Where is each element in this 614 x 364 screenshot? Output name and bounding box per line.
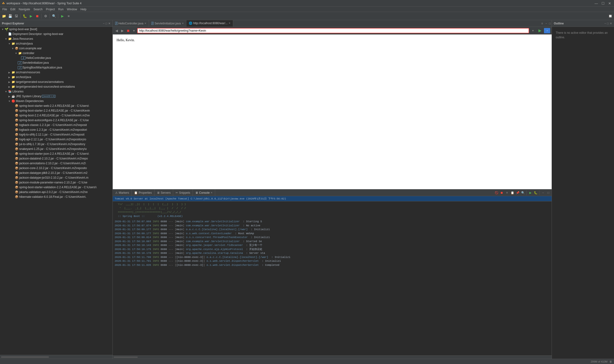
panel-close-icon[interactable]: ✕ [108, 22, 111, 25]
tree-item-src-main-java[interactable]: ▼ 📁 src/main/java [0, 41, 112, 46]
tree-item-target-gen-src[interactable]: ▶ 📁 target/generated-sources/annotations [0, 79, 112, 84]
url-input[interactable] [137, 28, 529, 33]
jar-hibernate-validator[interactable]: 📦 hibernate-validator-6.0.18.Final.jar -… [0, 195, 112, 199]
close-button[interactable]: ✕ [607, 1, 612, 5]
menu-item-navigate[interactable]: Navigate [17, 7, 31, 12]
toolbar-btn-new[interactable]: 📁 [1, 13, 7, 19]
toolbar-btn-debug[interactable]: 🐛 [22, 13, 28, 19]
console-run-btn[interactable]: ▶ [528, 190, 533, 195]
jar-jul-to-slf4j[interactable]: 📦 jul-to-slf4j-1.7.30.jar - C:\Users\Kev… [0, 142, 112, 147]
panel-maximize-icon[interactable]: □ [106, 22, 107, 25]
left-scrollbar-h[interactable] [0, 355, 112, 359]
tree-item-spring-boot-war[interactable]: ▼ 🌱 spring-boot-war [boot] [0, 27, 112, 32]
jar-snakeyaml[interactable]: 📦 snakeyaml-1.25.jar - C:\Users\Kevin\.m… [0, 147, 112, 151]
go-button[interactable]: ▶ [537, 28, 543, 33]
jar-spring-boot-starter-validation[interactable]: 📦 spring-boot-starter-validation-2.2.4.R… [0, 185, 112, 190]
tab-close-3[interactable]: ✕ [229, 22, 230, 25]
toolbar-btn-search[interactable]: 🔍 [51, 13, 57, 19]
jar-spring-boot-starter-json[interactable]: 📦 spring-boot-starter-json-2.2.4.RELEASE… [0, 151, 112, 156]
jar-log4j-api[interactable]: 📦 log4j-api-2.12.1.jar - C:\Users\Kevin\… [0, 137, 112, 142]
maximize-button[interactable]: ☐ [600, 1, 605, 5]
tab-properties[interactable]: 📋 Properties [132, 189, 154, 196]
jar-jackson-annotations[interactable]: 📦 jackson-annotations-2.10.2.jar - C:\Us… [0, 161, 112, 166]
outline-minimize-icon[interactable]: − [604, 22, 606, 25]
tab-list-btn[interactable]: ≡ [540, 22, 544, 25]
console-copy-btn[interactable]: 📋 [510, 190, 515, 195]
tree-item-src-main-resources[interactable]: ▶ 📁 src/main/resources [0, 70, 112, 75]
tab-close-2[interactable]: ✕ [182, 22, 184, 25]
tree-item-jre[interactable]: ▶ ☕ JRE System Library [JavaSE-1.8] [0, 94, 112, 99]
tree-item-src-test-java[interactable]: ▶ 📁 src/test/java [0, 75, 112, 79]
jar-jackson-datatype-jdk8[interactable]: 📦 jackson-datatype-jdk8-2.10.2.jar - C:\… [0, 170, 112, 175]
tree-item-controller[interactable]: ▼ 📁 controller [0, 51, 112, 56]
jar-jackson-core[interactable]: 📦 jackson-core-2.10.2.jar - C:\Users\Kev… [0, 166, 112, 170]
console-close2-btn[interactable]: ✕ [505, 190, 509, 195]
console-max-btn[interactable]: □ [546, 190, 551, 195]
console-filter-btn[interactable]: 🔍 [520, 190, 525, 195]
tab-snippets[interactable]: ✂ Snippets [173, 189, 193, 196]
jar-jakarta-validation[interactable]: 📦 jakarta.validation-api-2.0.2.jar - C:\… [0, 190, 112, 195]
minimize-editor-btn[interactable]: − [544, 22, 548, 25]
jar-log4j-to-slf4j[interactable]: 📦 log4j-to-slf4j-2.12.1.jar - C:\Users\K… [0, 132, 112, 137]
tab-servlet-initializer[interactable]: J ServletInitializer.java ✕ [149, 20, 186, 27]
toolbar-btn-stop[interactable]: ⏹ [34, 13, 40, 19]
jar-jackson-databind[interactable]: 📦 jackson-databind-2.10.2.jar - C:\Users… [0, 156, 112, 161]
tab-browser[interactable]: 🌐 http://localhost:8080/war/... ✕ [186, 20, 233, 27]
forward-button[interactable]: ▶ [120, 29, 125, 33]
tree-item-hello-controller[interactable]: J HelloController.java [0, 56, 112, 60]
console-tab-close[interactable]: ✕ [210, 191, 212, 194]
console-pin-btn[interactable]: 📌 [515, 190, 520, 195]
jar-jackson-datatype-jsr310[interactable]: 📦 jackson-datatype-jsr310-2.10.2.jar - C… [0, 175, 112, 180]
console-stop-btn[interactable]: ⏹ [499, 190, 504, 195]
toolbar-btn-run2[interactable]: ▶ [59, 13, 65, 19]
tree-item-deployment[interactable]: 📄 Deployment Descriptor: spring-boot-war [0, 32, 112, 36]
url-dropdown-btn[interactable]: ▾ [131, 29, 136, 33]
tree-item-maven-deps[interactable]: ▼ 🔴 Maven Dependencies [0, 99, 112, 104]
jar-jackson-module[interactable]: 📦 jackson-module-parameter-names-2.10.2.… [0, 180, 112, 185]
menu-item-run[interactable]: Run [57, 7, 65, 12]
toolbar-btn-more[interactable]: ≡ [66, 13, 71, 19]
jar-spring-boot[interactable]: 📦 spring-boot-2.2.4.RELEASE.jar - C:\Use… [0, 113, 112, 118]
tree-item-com-example-war[interactable]: ▼ 📦 com.example.war [0, 46, 112, 51]
tab-console[interactable]: 🖥 Console ✕ [193, 189, 215, 196]
stop-button[interactable]: ⏹ [126, 29, 130, 33]
console-min-btn[interactable]: − [541, 190, 545, 195]
tab-markers[interactable]: ⚠ Markers [113, 189, 132, 196]
tree-item-target-test-src[interactable]: ▶ 📁 target/generated-test-sources/test-a… [0, 84, 112, 89]
outline-close-icon[interactable]: ✕ [610, 22, 612, 25]
tab-hello-controller[interactable]: J HelloController.java ✕ [113, 20, 149, 27]
toolbar-btn-perspective[interactable]: 🔲 [607, 13, 613, 19]
menu-item-file[interactable]: File [1, 7, 8, 12]
toolbar-btn-ext[interactable]: ⚙ [43, 13, 48, 19]
menu-item-help[interactable]: Help [79, 7, 88, 12]
toolbar-btn-run[interactable]: ▶ [28, 13, 34, 19]
jar-logback-classic[interactable]: 📦 logback-classic-1.2.3.jar - C:\Users\K… [0, 123, 112, 127]
menu-item-window[interactable]: Window [66, 7, 79, 12]
jar-spring-boot-autoconfigure[interactable]: 📦 spring-boot-autoconfigure-2.2.4.RELEAS… [0, 118, 112, 123]
console-clear-btn[interactable]: 🚫 [494, 190, 499, 195]
jar-logback-core[interactable]: 📦 logback-core-1.2.3.jar - C:\Users\Kevi… [0, 127, 112, 132]
menu-item-edit[interactable]: Edit [9, 7, 17, 12]
trash-icon[interactable]: 🗑 [609, 360, 612, 363]
jar-spring-boot-starter-web[interactable]: 📦 spring-boot-starter-web-2.2.4.RELEASE.… [0, 104, 112, 108]
url-dropdown-arrow[interactable]: ▾ [530, 29, 536, 32]
jar-spring-boot-starter[interactable]: 📦 spring-boot-starter-2.2.4.RELEASE.jar … [0, 108, 112, 113]
tab-servers[interactable]: 🖥 Servers [154, 189, 173, 196]
tree-item-java-resources[interactable]: ▼ 📁 Java Resources [0, 36, 112, 41]
outline-maximize-icon[interactable]: □ [607, 22, 609, 25]
tree-item-springboot-war-app[interactable]: J SpringBootWarApplication.java [0, 65, 112, 70]
toolbar-btn-save-all[interactable]: 🖫 [14, 13, 19, 19]
minimize-button[interactable]: — [594, 1, 599, 5]
toolbar-btn-save[interactable]: 💾 [7, 13, 13, 19]
menu-item-search[interactable]: Search [32, 7, 44, 12]
console-debug-btn[interactable]: 🐛 [533, 190, 538, 195]
nav-right-button[interactable]: → [544, 28, 550, 33]
tree-item-servlet-initializer[interactable]: J ServletInitializer.java [0, 60, 112, 65]
back-button[interactable]: ◀ [114, 29, 119, 33]
panel-minimize-icon[interactable]: − [103, 22, 105, 25]
menu-item-project[interactable]: Project [44, 7, 56, 12]
maximize-editor-btn[interactable]: □ [548, 22, 552, 25]
tree-item-libraries[interactable]: ▼ 📚 Libraries [0, 89, 112, 94]
console-scrollbar-h[interactable] [113, 355, 552, 359]
tab-close-1[interactable]: ✕ [144, 22, 146, 25]
